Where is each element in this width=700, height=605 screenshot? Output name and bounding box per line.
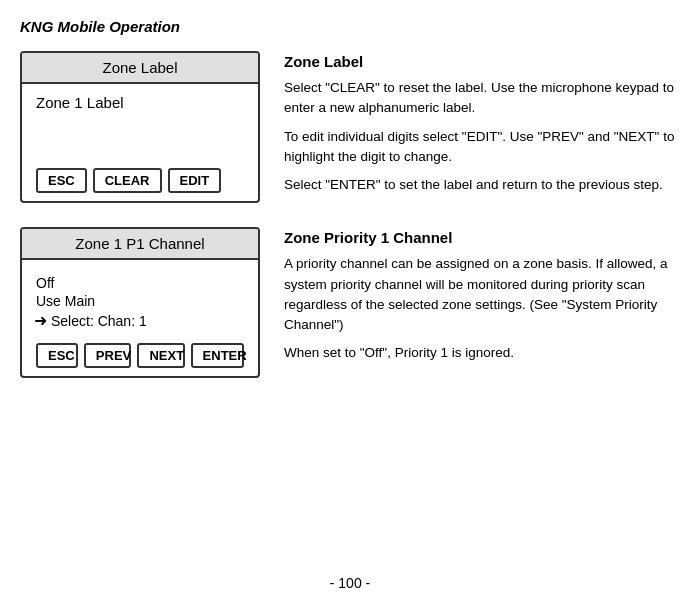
desc-title-zone-label: Zone Label — [284, 53, 680, 70]
btn-esc-1[interactable]: ESC — [36, 168, 87, 193]
lcd-buttons-zone-priority: ESC PREV NEXT ENTER — [36, 341, 244, 368]
section-zone-label: Zone Label Zone 1 Label ESC CLEAR EDIT Z… — [20, 51, 680, 203]
description-zone-label: Zone Label Select "CLEAR" to reset the l… — [284, 51, 680, 203]
desc-para-1-3: Select "ENTER" to set the label and retu… — [284, 175, 680, 195]
lcd-header-zone-label: Zone Label — [22, 53, 258, 84]
desc-para-2-2: When set to "Off", Priority 1 is ignored… — [284, 343, 680, 363]
btn-prev-2[interactable]: PREV — [84, 343, 132, 368]
page: KNG Mobile Operation Zone Label Zone 1 L… — [0, 0, 700, 605]
btn-enter-2[interactable]: ENTER — [191, 343, 244, 368]
desc-para-2-1: A priority channel can be assigned on a … — [284, 254, 680, 335]
btn-clear-1[interactable]: CLEAR — [93, 168, 162, 193]
lcd-panel-zone-priority: Zone 1 P1 Channel Off Use Main ➜ Select:… — [20, 227, 260, 378]
description-zone-priority: Zone Priority 1 Channel A priority chann… — [284, 227, 680, 378]
desc-body-zone-priority: A priority channel can be assigned on a … — [284, 254, 680, 363]
channel-item-select-label: Select: Chan: 1 — [51, 313, 147, 329]
lcd-body-zone-priority: Off Use Main ➜ Select: Chan: 1 ESC PREV — [22, 260, 258, 376]
desc-title-zone-priority: Zone Priority 1 Channel — [284, 229, 680, 246]
lcd-content-zone-label: Zone 1 Label — [36, 94, 244, 152]
channel-item-off: Off — [36, 274, 244, 292]
lcd-buttons-zone-label: ESC CLEAR EDIT — [36, 166, 244, 193]
channel-item-usemain-label: Use Main — [36, 293, 95, 309]
btn-next-2[interactable]: NEXT — [137, 343, 184, 368]
btn-edit-1[interactable]: EDIT — [168, 168, 222, 193]
lcd-body-zone-label: Zone 1 Label ESC CLEAR EDIT — [22, 84, 258, 201]
lcd-panel-zone-label: Zone Label Zone 1 Label ESC CLEAR EDIT — [20, 51, 260, 203]
btn-esc-2[interactable]: ESC — [36, 343, 78, 368]
desc-para-1-2: To edit individual digits select "EDIT".… — [284, 127, 680, 168]
channel-item-select: ➜ Select: Chan: 1 — [36, 310, 244, 331]
section-zone-priority: Zone 1 P1 Channel Off Use Main ➜ Select:… — [20, 227, 680, 378]
page-title: KNG Mobile Operation — [20, 18, 680, 35]
main-content: Zone Label Zone 1 Label ESC CLEAR EDIT Z… — [20, 51, 680, 567]
lcd-header-zone-priority: Zone 1 P1 Channel — [22, 229, 258, 260]
desc-para-1-1: Select "CLEAR" to reset the label. Use t… — [284, 78, 680, 119]
channel-item-off-label: Off — [36, 275, 54, 291]
arrow-icon: ➜ — [34, 311, 47, 330]
desc-body-zone-label: Select "CLEAR" to reset the label. Use t… — [284, 78, 680, 195]
lcd-channel-list: Off Use Main ➜ Select: Chan: 1 — [36, 270, 244, 335]
page-footer: - 100 - — [20, 567, 680, 595]
channel-item-usemain: Use Main — [36, 292, 244, 310]
